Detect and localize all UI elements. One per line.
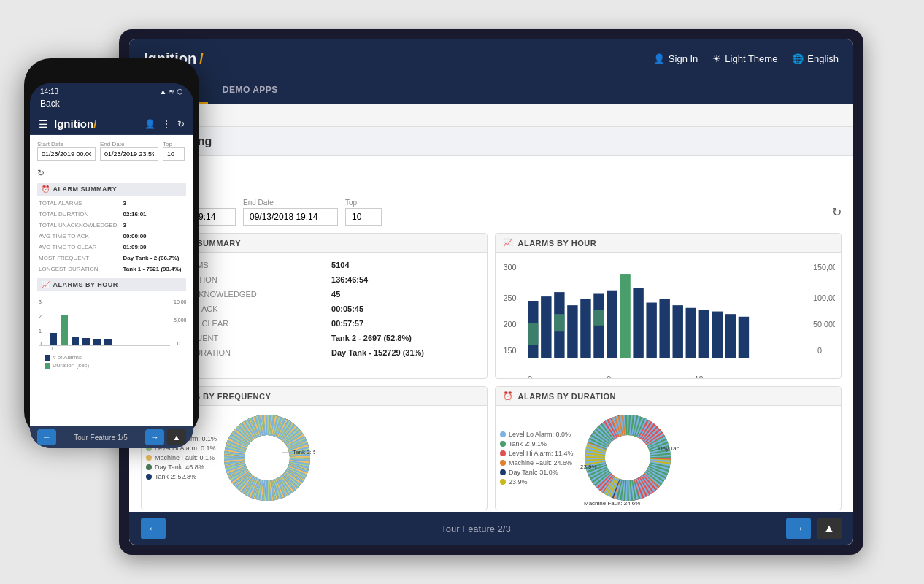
phone-tour-prev[interactable]: ← — [37, 429, 56, 445]
svg-rect-13 — [541, 296, 551, 358]
legend-dot — [500, 460, 506, 466]
chart-icon: 📈 — [503, 238, 514, 247]
svg-point-37 — [245, 436, 289, 480]
dur-legend-item: 23.9% — [500, 478, 574, 485]
phone-alarm-value: 00:00:00 — [123, 231, 185, 241]
phone-end-date-input[interactable] — [100, 147, 158, 161]
phone-start-label: Start Date — [37, 141, 96, 147]
svg-text:9: 9 — [607, 374, 611, 379]
legend-dot — [146, 464, 152, 470]
charts-row-2: ⏰ ALARMS BY FREQUENCY Level Lo Alarm: 0.… — [141, 386, 842, 510]
tablet-logo-slash: / — [199, 50, 204, 67]
svg-rect-57 — [50, 333, 57, 346]
dur-legend-item: Tank 2: 9.1% — [500, 440, 574, 447]
phone-scroll-top[interactable]: ▲ — [167, 429, 186, 445]
phone-device: 14:13 ▲ ≋ ⬡ Back ☰ Ignition/ 👤 ⋮ ↻ — [24, 58, 199, 438]
phone-more-icon[interactable]: ⋮ — [161, 118, 172, 130]
svg-point-46 — [606, 436, 650, 480]
legend-dot — [500, 479, 506, 485]
svg-text:23.9%: 23.9% — [580, 464, 597, 470]
dur-legend-item: Level Lo Alarm: 0.0% — [500, 431, 574, 438]
phone-alarm-section: ⏰ ALARM SUMMARY TOTAL ALARMS3TOTAL DURAT… — [30, 182, 193, 275]
phone-top-label: Top — [163, 141, 185, 147]
legend-label: Level Hi Alarm: 11.4% — [509, 450, 574, 457]
phone-tour-next[interactable]: → — [145, 429, 164, 445]
alarm-row-value: 00:57:57 — [331, 317, 480, 330]
scroll-top-button[interactable]: ▲ — [817, 518, 842, 539]
phone-refresh-icon[interactable]: ↻ — [177, 119, 185, 129]
tablet-header-right: 👤 Sign In ☀ Light Theme 🌐 English — [653, 53, 839, 64]
light-theme-label: Light Theme — [725, 53, 777, 64]
duration-donut-svg: Day Tank: 31.0% Machine Fault: 24.6% 23.… — [577, 410, 679, 505]
phone-end-label: End Date — [100, 141, 158, 147]
back-label[interactable]: Back — [40, 99, 60, 109]
alarm-row-value: 00:05:45 — [331, 302, 480, 315]
svg-text:100,000: 100,000 — [813, 293, 835, 302]
phone-time: 14:13 — [40, 88, 58, 96]
legend-dot — [500, 469, 506, 475]
tablet-content: ⏰ Alarming Journal ANALYSIS Start Date — [129, 127, 853, 545]
phone-chart-icon: 📈 — [42, 281, 50, 288]
language-button[interactable]: 🌐 English — [792, 53, 839, 64]
svg-text:Tank 2: 52.8%: Tank 2: 52.8% — [293, 449, 315, 456]
phone-chart-section: 📈 ALARMS BY HOUR 3 2 1 0 10,000 5,000 0 — [30, 275, 193, 426]
freq-legend-item: Day Tank: 46.8% — [146, 464, 217, 471]
tour-prev-button[interactable]: ← — [141, 518, 166, 539]
legend-dot — [146, 455, 152, 461]
top-input[interactable] — [345, 208, 382, 226]
content-body: Journal ANALYSIS Start Date End Date — [129, 156, 853, 512]
legend-label: Day Tank: 46.8% — [155, 464, 204, 471]
alarm-row-value: 136:46:54 — [331, 273, 480, 286]
svg-text:Day Tank: 31.0%: Day Tank: 31.0% — [658, 445, 679, 452]
phone-start-date-input[interactable] — [37, 147, 96, 161]
svg-rect-31 — [593, 310, 604, 326]
tablet-breadcrumb: 🏠 HOME — [129, 104, 853, 127]
nav-demo-apps[interactable]: DEMO APPS — [208, 77, 293, 104]
journal-label: Journal — [141, 165, 842, 178]
alarm-row-value: Day Tank - 152729 (31%) — [331, 346, 480, 359]
phone-top-field: Top — [163, 141, 185, 161]
legend-dot — [146, 474, 152, 480]
analysis-section: ANALYSIS Start Date End Date T — [141, 185, 842, 226]
tour-next-button[interactable]: → — [786, 518, 811, 539]
svg-rect-61 — [93, 339, 101, 346]
phone-status-bar: 14:13 ▲ ≋ ⬡ — [30, 83, 193, 97]
phone-refresh-button[interactable]: ↻ — [30, 164, 193, 182]
phone-alarm-title: ALARM SUMMARY — [53, 185, 118, 193]
legend-dot — [500, 450, 506, 456]
light-theme-button[interactable]: ☀ Light Theme — [712, 53, 777, 64]
freq-legend-item: Machine Fault: 0.1% — [146, 454, 217, 461]
tour-label: Tour Feature 2/3 — [441, 523, 510, 534]
freq-legend-item: Tank 2: 52.8% — [146, 473, 217, 480]
svg-text:10,000: 10,000 — [174, 299, 186, 304]
phone-alarm-header: ⏰ ALARM SUMMARY — [37, 182, 186, 196]
tablet-nav: FEATURES DEMO APPS — [129, 77, 853, 104]
phone-user-icon[interactable]: 👤 — [145, 119, 155, 129]
refresh-button[interactable]: ↻ — [832, 205, 842, 219]
svg-text:2: 2 — [39, 314, 42, 319]
svg-rect-27 — [725, 314, 736, 358]
end-date-input[interactable] — [243, 208, 338, 226]
phone-alarm-label: TOTAL ALARMS — [39, 199, 122, 208]
legend-label: 23.9% — [509, 478, 528, 485]
dur-legend-item: Level Hi Alarm: 11.4% — [500, 450, 574, 457]
top-field: Top — [345, 199, 382, 226]
alarms-by-duration-box: ⏰ ALARMS BY DURATION Level Lo Alarm: 0.0… — [495, 386, 842, 510]
legend-label: Tank 2: 9.1% — [509, 440, 547, 447]
phone-top-input[interactable] — [163, 147, 185, 161]
svg-text:150,000: 150,000 — [813, 263, 835, 272]
phone-alarm-row: AVG TIME TO ACK00:00:00 — [39, 231, 185, 241]
phone-end-date-field: End Date — [100, 141, 158, 161]
sun-icon: ☀ — [712, 53, 721, 64]
svg-rect-63 — [39, 345, 170, 346]
svg-rect-58 — [61, 315, 68, 346]
sign-in-button[interactable]: 👤 Sign In — [653, 53, 698, 64]
phone-menu-icon[interactable]: ☰ — [39, 118, 48, 130]
content-header: ⏰ Alarming — [129, 127, 853, 156]
svg-rect-18 — [607, 291, 617, 358]
alarm-row-value: Tank 2 - 2697 (52.8%) — [331, 331, 480, 345]
phone-logo-text: Ignition — [54, 118, 93, 130]
legend-dot — [500, 431, 506, 437]
phone-alarm-label: TOTAL UNACKNOWLEDGED — [39, 220, 122, 230]
phone-screen: 14:13 ▲ ≋ ⬡ Back ☰ Ignition/ 👤 ⋮ ↻ — [30, 83, 193, 448]
